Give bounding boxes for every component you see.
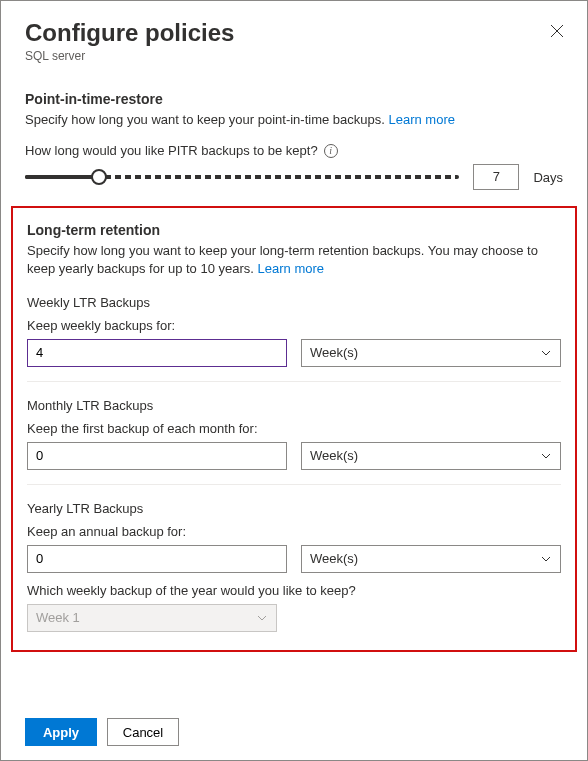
pitr-days-unit: Days [533,170,563,185]
close-button[interactable] [545,19,569,43]
ltr-learn-more-link[interactable]: Learn more [258,261,324,276]
yearly-ltr-subsection: Yearly LTR Backups Keep an annual backup… [27,501,561,632]
pitr-desc-text: Specify how long you want to keep your p… [25,112,388,127]
monthly-ltr-input[interactable] [27,442,287,470]
weekly-ltr-unit-dropdown[interactable]: Week(s) [301,339,561,367]
close-icon [550,24,564,38]
cancel-button[interactable]: Cancel [107,718,179,746]
pitr-days-value[interactable]: 7 [473,164,519,190]
pitr-section-desc: Specify how long you want to keep your p… [25,111,563,129]
monthly-ltr-label: Keep the first backup of each month for: [27,421,561,436]
monthly-ltr-unit-value: Week(s) [310,448,358,463]
panel-subtitle: SQL server [25,49,563,63]
weekly-ltr-heading: Weekly LTR Backups [27,295,561,310]
pitr-section-title: Point-in-time-restore [25,91,563,107]
yearly-which-dropdown: Week 1 [27,604,277,632]
yearly-which-value: Week 1 [36,610,80,625]
chevron-down-icon [540,450,552,462]
monthly-ltr-heading: Monthly LTR Backups [27,398,561,413]
pitr-slider[interactable] [25,168,459,186]
weekly-ltr-subsection: Weekly LTR Backups Keep weekly backups f… [27,295,561,382]
chevron-down-icon [256,612,268,624]
ltr-section-title: Long-term retention [27,222,561,238]
panel-title: Configure policies [25,19,563,47]
monthly-ltr-subsection: Monthly LTR Backups Keep the first backu… [27,398,561,485]
yearly-ltr-unit-dropdown[interactable]: Week(s) [301,545,561,573]
yearly-ltr-input[interactable] [27,545,287,573]
weekly-ltr-label: Keep weekly backups for: [27,318,561,333]
weekly-ltr-input[interactable] [27,339,287,367]
chevron-down-icon [540,347,552,359]
ltr-highlight-box: Long-term retention Specify how long you… [11,206,577,651]
pitr-learn-more-link[interactable]: Learn more [388,112,454,127]
apply-button[interactable]: Apply [25,718,97,746]
slider-thumb-icon[interactable] [91,169,107,185]
monthly-ltr-unit-dropdown[interactable]: Week(s) [301,442,561,470]
yearly-ltr-heading: Yearly LTR Backups [27,501,561,516]
ltr-section-desc: Specify how long you want to keep your l… [27,242,561,278]
pitr-slider-label: How long would you like PITR backups to … [25,143,318,158]
weekly-ltr-unit-value: Week(s) [310,345,358,360]
yearly-ltr-label: Keep an annual backup for: [27,524,561,539]
yearly-ltr-unit-value: Week(s) [310,551,358,566]
info-icon[interactable]: i [324,144,338,158]
yearly-which-label: Which weekly backup of the year would yo… [27,583,561,598]
chevron-down-icon [540,553,552,565]
